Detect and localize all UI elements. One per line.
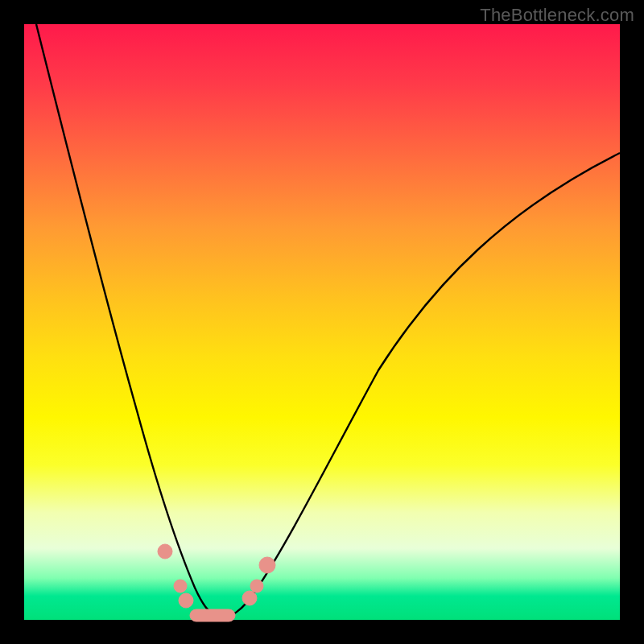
marker-dot (179, 593, 193, 608)
marker-dot (242, 591, 257, 605)
bottleneck-curve (36, 24, 620, 617)
watermark-text: TheBottleneck.com (480, 5, 634, 26)
marker-pill (190, 609, 235, 621)
marker-dot (259, 557, 275, 573)
marker-dot (174, 580, 187, 592)
marker-dot (250, 580, 263, 592)
chart-frame: TheBottleneck.com (0, 0, 644, 644)
chart-svg (24, 24, 620, 620)
chart-plot-area (24, 24, 620, 620)
marker-dot (158, 544, 172, 559)
